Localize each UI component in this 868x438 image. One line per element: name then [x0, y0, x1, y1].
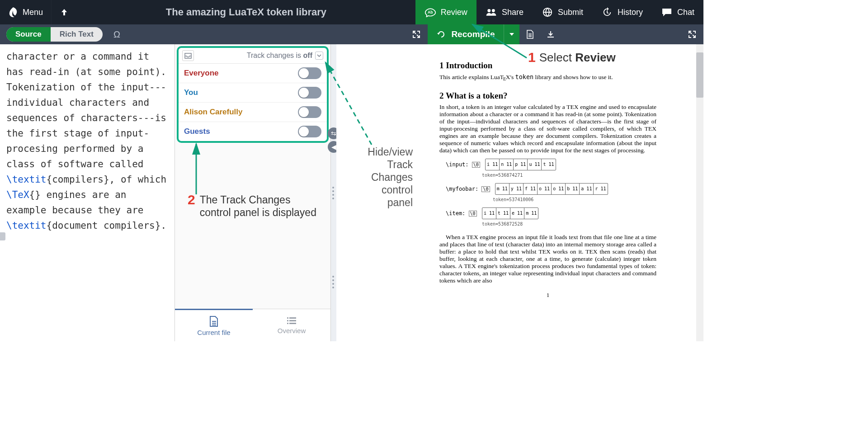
share-button[interactable]: Share [476, 0, 533, 24]
svg-rect-8 [287, 323, 288, 324]
tc-toggle-alison[interactable] [298, 106, 321, 118]
file-icon [209, 316, 219, 327]
logs-button[interactable] [519, 30, 540, 39]
nav-actions: Ab Review Share Submit History Chat [415, 0, 703, 24]
download-icon [547, 30, 555, 38]
leaf-icon [8, 6, 18, 18]
tc-row-you: You [179, 83, 327, 103]
track-changes-status: Track changes is off [247, 52, 312, 60]
editor-command: \textit [6, 174, 47, 185]
current-file-tab[interactable]: Current file [175, 309, 253, 341]
comments-inbox-button[interactable] [182, 50, 194, 61]
download-button[interactable] [540, 30, 561, 38]
splitter-grip-icon [332, 187, 335, 199]
tc-label: Everyone [184, 69, 219, 78]
inbox-icon [184, 53, 192, 59]
source-editor[interactable]: character or a command it has read-in (a… [0, 44, 175, 341]
scrollbar-thumb[interactable] [696, 52, 703, 98]
tc-row-guests: Guests [179, 122, 327, 141]
svg-point-1 [487, 9, 491, 12]
chat-button[interactable]: Chat [652, 0, 703, 24]
svg-text:Ab: Ab [428, 10, 433, 14]
globe-icon [542, 7, 553, 17]
tc-toggle-you[interactable] [298, 87, 321, 99]
tab-label: Current file [197, 329, 230, 336]
svg-rect-7 [289, 320, 296, 321]
project-title[interactable]: The amazing LuaTeX token library [77, 0, 415, 24]
expand-icon [412, 30, 420, 38]
recompile-group: Recompile [428, 24, 519, 44]
editor-toolbar: Source Rich Text Ω Recompile [0, 24, 703, 44]
pane-splitter[interactable]: ⇆ ◀ [331, 44, 336, 341]
pdf-expand-button[interactable] [688, 30, 703, 38]
tc-label: Guests [184, 127, 210, 136]
editor-text: character or a command it has read-in (a… [6, 51, 166, 170]
tab-label: Overview [278, 327, 306, 334]
history-label: History [618, 8, 643, 17]
review-panel-tabs: Current file Overview [175, 309, 330, 341]
svg-rect-4 [287, 317, 288, 319]
review-label: Review [441, 8, 467, 17]
tc-label: Alison Carefully [184, 108, 242, 117]
menu-label: Menu [23, 8, 43, 17]
history-button[interactable]: History [592, 0, 652, 24]
editor-mode-toggle: Source Rich Text [6, 27, 103, 42]
svg-rect-5 [289, 317, 296, 319]
svg-rect-9 [289, 323, 296, 324]
rich-text-tab[interactable]: Rich Text [51, 27, 103, 42]
up-arrow-icon [61, 8, 68, 16]
track-changes-panel: Track changes is off Everyone You Alison… [177, 46, 329, 143]
chevron-down-icon [317, 54, 321, 57]
track-changes-header: Track changes is off [179, 48, 327, 64]
overview-tab[interactable]: Overview [253, 309, 330, 341]
tc-label: You [184, 88, 198, 97]
submit-label: Submit [558, 8, 583, 17]
top-navbar: Menu The amazing LuaTeX token library Ab… [0, 0, 703, 24]
share-label: Share [502, 8, 524, 17]
pdf-scrollbar[interactable] [696, 44, 703, 341]
submit-button[interactable]: Submit [533, 0, 592, 24]
editor-text: {document compilers}. [47, 220, 167, 231]
chat-label: Chat [677, 8, 694, 17]
pdf-token-diagram: \input: \0 i 11n 11p 11u 11t 11 token=53… [446, 159, 656, 229]
pdf-heading: 1 Introduction [439, 61, 656, 71]
pdf-preview[interactable]: 1 Introduction This article explains Lua… [336, 44, 703, 341]
source-tab[interactable]: Source [6, 27, 51, 42]
chat-icon [661, 7, 673, 17]
tc-toggle-guests[interactable] [298, 126, 321, 137]
svg-rect-6 [287, 320, 288, 321]
review-icon: Ab [425, 7, 436, 17]
recompile-label: Recompile [451, 29, 495, 39]
chevron-down-icon [509, 33, 514, 36]
recompile-dropdown[interactable] [504, 24, 519, 44]
review-button[interactable]: Ab Review [415, 0, 476, 24]
editor-command: \textit [6, 220, 47, 231]
menu-button[interactable]: Menu [0, 0, 51, 24]
expand-icon [688, 30, 696, 38]
history-icon [601, 7, 613, 17]
editor-text: {compilers}, of which [47, 174, 167, 185]
pdf-paragraph: This article explains LuaTEX's token lib… [439, 73, 656, 83]
tc-row-alison: Alison Carefully [179, 103, 327, 122]
tc-row-everyone: Everyone [179, 64, 327, 83]
editor-expand-button[interactable] [412, 30, 428, 38]
people-icon [486, 7, 497, 17]
svg-point-2 [492, 9, 495, 12]
file-icon [526, 30, 534, 39]
symbol-palette-button[interactable]: Ω [107, 29, 127, 40]
main-area: character or a command it has read-in (a… [0, 44, 703, 341]
refresh-icon [437, 30, 446, 39]
track-changes-toggle-button[interactable] [315, 52, 323, 60]
pdf-paragraph: When a TEX engine process an input file … [439, 234, 656, 284]
upload-button[interactable] [51, 0, 77, 24]
recompile-button[interactable]: Recompile [428, 24, 504, 44]
list-icon [287, 316, 297, 325]
splitter-grip-icon [332, 276, 335, 288]
pdf-heading: 2 What is a token? [439, 91, 656, 101]
review-panel: Track changes is off Everyone You Alison… [175, 44, 331, 341]
editor-command: \TeX [6, 189, 29, 200]
pdf-page-number: 1 [439, 292, 656, 299]
pdf-paragraph: In short, a token is an integer value ca… [439, 104, 656, 154]
tc-toggle-everyone[interactable] [298, 67, 321, 79]
